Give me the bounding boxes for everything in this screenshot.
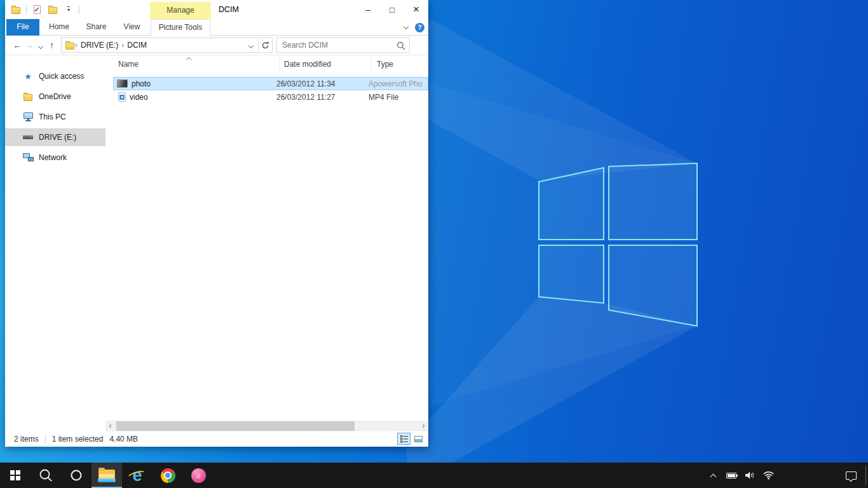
screen: ✓ ▾ Manage DCIM – □ × File Home Share Vi… [0, 0, 868, 488]
battery-button[interactable] [725, 463, 738, 488]
minimize-button[interactable]: – [356, 0, 380, 19]
tab-home[interactable]: Home [43, 19, 75, 36]
file-row-video[interactable]: video 26/03/2012 11:27 MP4 File [113, 90, 428, 104]
sidebar-item-network[interactable]: Network [5, 149, 105, 166]
battery-icon [726, 473, 736, 478]
view-toggle-buttons [397, 433, 425, 445]
scrollbar-thumb[interactable] [116, 421, 355, 431]
navigation-pane: ★ Quick access OneDrive This PC DRIVE (E… [5, 56, 105, 431]
video-file-icon [118, 92, 126, 102]
scroll-right-arrow[interactable]: › [419, 421, 428, 431]
column-header-type[interactable]: Type [372, 56, 428, 72]
up-button[interactable]: ↑ [46, 40, 58, 50]
forward-button[interactable]: → [24, 40, 36, 50]
file-type: Apowersoft Pho [369, 79, 428, 88]
wifi-button[interactable] [762, 463, 775, 488]
file-explorer-window: ✓ ▾ Manage DCIM – □ × File Home Share Vi… [5, 0, 428, 447]
sidebar-item-this-pc[interactable]: This PC [5, 108, 105, 126]
items-count: 2 items [14, 435, 39, 444]
cortana-icon [70, 469, 83, 482]
file-explorer-icon [98, 470, 115, 482]
window-body: ★ Quick access OneDrive This PC DRIVE (E… [5, 56, 428, 431]
qat-separator [26, 5, 27, 14]
itunes-icon: ♫ [191, 468, 206, 483]
horizontal-scrollbar[interactable]: ‹ › [105, 421, 428, 431]
photo-thumbnail-icon [117, 79, 128, 88]
qat-folder-button[interactable] [10, 3, 22, 17]
recent-locations-button[interactable] [36, 40, 46, 50]
scrollbar-track[interactable] [115, 421, 419, 431]
breadcrumb-dcim[interactable]: DCIM [125, 41, 149, 50]
quick-access-toolbar: ✓ ▾ [10, 0, 79, 19]
cortana-button[interactable] [61, 463, 92, 488]
title-bar[interactable]: ✓ ▾ Manage DCIM – □ × [5, 0, 428, 19]
column-header-name[interactable]: Name [105, 56, 280, 72]
sidebar-item-drive-e[interactable]: DRIVE (E:) [5, 128, 105, 146]
scroll-left-arrow[interactable]: ‹ [105, 421, 115, 431]
properties-icon: ✓ [34, 5, 41, 14]
help-button[interactable]: ? [415, 23, 424, 32]
close-button[interactable]: × [404, 0, 428, 19]
selection-size: 4.40 MB [109, 435, 138, 444]
folder-icon [65, 43, 74, 50]
qat-properties-button[interactable]: ✓ [31, 3, 43, 17]
address-box[interactable]: › DRIVE (E:) › DCIM [61, 37, 273, 53]
file-date: 26/03/2012 11:34 [276, 79, 369, 88]
column-headers: Name Date modified Type [105, 56, 428, 72]
chevron-up-icon [710, 473, 716, 480]
action-center-icon [846, 471, 857, 480]
ribbon-tab-row: File Home Share View Picture Tools ? [5, 19, 428, 36]
system-tray [707, 463, 775, 488]
quick-access-star-icon: ★ [22, 72, 34, 81]
large-icons-view-button[interactable] [412, 433, 425, 445]
folder-icon [48, 7, 57, 14]
refresh-button[interactable] [258, 38, 272, 52]
folder-icon [11, 7, 20, 14]
tab-view[interactable]: View [116, 19, 147, 36]
start-button[interactable] [0, 463, 31, 488]
taskbar: e ♫ [0, 463, 868, 488]
details-view-icon [400, 435, 408, 443]
taskbar-file-explorer-button[interactable] [92, 463, 122, 488]
tab-picture-tools[interactable]: Picture Tools [151, 19, 210, 36]
selection-info: 1 item selected [52, 435, 104, 444]
contextual-tab-group-label[interactable]: Manage [150, 2, 211, 19]
action-center-button[interactable] [843, 463, 859, 488]
tab-share[interactable]: Share [79, 19, 113, 36]
search-input[interactable] [277, 38, 409, 52]
this-pc-icon [22, 115, 34, 119]
address-dropdown-button[interactable] [244, 41, 258, 50]
check-icon: ✓ [34, 6, 40, 13]
hidden-icons-button[interactable] [707, 463, 719, 488]
thumbnail-view-icon [414, 436, 423, 442]
back-button[interactable]: ← [11, 40, 24, 50]
sidebar-item-onedrive[interactable]: OneDrive [5, 88, 105, 105]
address-bar-row: ← → ↑ › DRIVE (E:) › DCIM [5, 36, 428, 55]
column-header-date-modified[interactable]: Date modified [280, 56, 372, 72]
breadcrumb-drive[interactable]: DRIVE (E:) [78, 41, 121, 50]
maximize-button[interactable]: □ [380, 0, 404, 19]
search-icon [397, 41, 405, 50]
qat-customize-button[interactable]: ▾ [63, 3, 74, 17]
taskbar-chrome-button[interactable] [153, 463, 183, 488]
taskbar-search-button[interactable] [31, 463, 61, 488]
status-bar: 2 items 1 item selected 4.40 MB [5, 431, 428, 447]
ribbon-right-controls: ? [404, 19, 424, 36]
taskbar-internet-explorer-button[interactable]: e [122, 463, 153, 488]
details-view-button[interactable] [397, 433, 410, 445]
file-list: Name Date modified Type photo 26/03/2012… [105, 56, 428, 431]
sidebar-item-quick-access[interactable]: ★ Quick access [5, 67, 105, 85]
tab-file[interactable]: File [6, 19, 39, 36]
drive-icon [22, 135, 34, 139]
qat-new-folder-button[interactable] [47, 3, 58, 17]
file-type: MP4 File [369, 93, 428, 102]
refresh-icon [261, 41, 269, 50]
show-desktop-button[interactable] [865, 466, 866, 485]
volume-button[interactable] [743, 463, 756, 488]
file-row-photo[interactable]: photo 26/03/2012 11:34 Apowersoft Pho [113, 77, 428, 90]
windows-logo-icon [10, 470, 20, 480]
chevron-down-icon[interactable] [403, 24, 409, 29]
search-box [276, 37, 410, 53]
file-name: photo [132, 79, 151, 88]
taskbar-itunes-button[interactable]: ♫ [183, 463, 214, 488]
